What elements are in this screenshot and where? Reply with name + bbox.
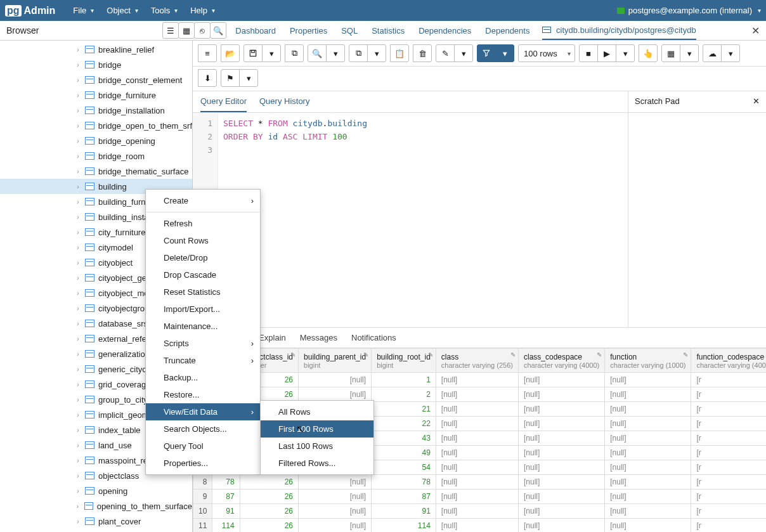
table-row[interactable]: 1126[null]1[null][null][null][r [193, 373, 767, 387]
btn-copy[interactable]: ⧉ [349, 44, 368, 62]
menu-help[interactable]: Help [184, 2, 221, 19]
btn-delete[interactable]: 🗑 [413, 44, 432, 62]
tab-close[interactable]: ✕ [745, 25, 766, 37]
btn-find-dd[interactable]: ▾ [326, 44, 345, 62]
tab-query-editor[interactable]: Query Editor [200, 91, 247, 112]
ctx-cascade[interactable]: Drop Cascade [146, 266, 260, 283]
btn-filter-dd[interactable]: ▾ [495, 44, 514, 62]
btn-explain-dd[interactable]: ▾ [680, 44, 699, 62]
tree-label: building [98, 182, 127, 191]
tree-node-bridge_opening[interactable]: ›bridge_opening [0, 133, 192, 148]
ctx-scripts[interactable]: Scripts [146, 335, 260, 352]
col-building_parent_id[interactable]: building_parent_id✎bigint [299, 349, 372, 373]
tree-label: city_furniture [98, 228, 145, 237]
btn-db[interactable]: ≡ [198, 44, 217, 62]
col-function_codespace[interactable]: function_codespace✎character varying (40… [691, 349, 766, 373]
col-function[interactable]: function✎character varying (1000) [605, 349, 691, 373]
menu-file[interactable]: File [67, 2, 100, 19]
sub-all-rows[interactable]: All Rows [261, 403, 373, 420]
ctx-import[interactable]: Import/Export... [146, 301, 260, 318]
tab-active-query[interactable]: citydb.building/citydb/postgres@citydb [542, 22, 696, 40]
browser-tool-grid[interactable]: ▦ [178, 22, 195, 39]
chevron-right-icon: › [75, 153, 81, 160]
btn-editcopy[interactable]: ⧉ [285, 44, 304, 62]
btn-notify[interactable]: ☁ [703, 44, 722, 62]
btn-save[interactable] [243, 44, 263, 62]
btn-edit-dd[interactable]: ▾ [454, 44, 473, 62]
user-label: postgres@example.com (internal) [628, 6, 752, 15]
ctx-props[interactable]: Properties... [146, 455, 260, 472]
tree-node-plant_cover[interactable]: ›plant_cover [0, 514, 192, 529]
tab-statistics[interactable]: Statistics [372, 22, 405, 39]
btn-open[interactable]: 📂 [221, 44, 240, 62]
table-row[interactable]: 109126[null]91[null][null][null][r [193, 504, 767, 519]
col-class_codespace[interactable]: class_codespace✎character varying (4000) [518, 349, 604, 373]
tab-dependents[interactable]: Dependents [485, 22, 529, 39]
menu-tools[interactable]: Tools [145, 2, 184, 19]
btn-run[interactable]: ▶ [597, 44, 616, 62]
tree-node-bridge[interactable]: ›bridge [0, 57, 192, 72]
ctx-reset[interactable]: Reset Statistics [146, 283, 260, 301]
user-menu[interactable]: postgres@example.com (internal) [617, 6, 761, 15]
sub-filtered[interactable]: Filtered Rows... [261, 455, 373, 472]
browser-tool-1[interactable]: ☰ [162, 22, 179, 39]
rows-limit-select[interactable]: 100 rows [518, 44, 575, 62]
tree-node-bridge_room[interactable]: ›bridge_room [0, 148, 192, 164]
sub-first-100[interactable]: First 100 Rows [261, 420, 373, 438]
tab-sql[interactable]: SQL [341, 22, 358, 39]
btn-edit[interactable]: ✎ [436, 44, 455, 62]
rtab-explain[interactable]: Explain [259, 328, 286, 347]
tree-node-bridge_installation[interactable]: ›bridge_installation [0, 103, 192, 118]
tree-label: opening_to_them_surface [97, 502, 192, 511]
tree-node-bridge_thematic_surface[interactable]: ›bridge_thematic_surface [0, 164, 192, 179]
browser-tool-search[interactable]: 🔍 [210, 22, 226, 39]
btn-paste[interactable]: 📋 [390, 44, 409, 62]
ctx-create[interactable]: Create [146, 192, 260, 209]
btn-macros[interactable]: ⚑ [221, 69, 240, 87]
tab-query-history[interactable]: Query History [259, 91, 309, 112]
ctx-maint[interactable]: Maintenance... [146, 318, 260, 335]
ctx-view-edit[interactable]: View/Edit Data [146, 403, 260, 420]
btn-notify-dd[interactable]: ▾ [721, 44, 740, 62]
sub-last-100[interactable]: Last 100 Rows [261, 438, 373, 455]
tab-properties[interactable]: Properties [290, 22, 327, 39]
rtab-messages[interactable]: Messages [300, 328, 337, 347]
btn-commit[interactable]: 👆 [639, 44, 658, 62]
table-row[interactable]: 98726[null]87[null][null][null][r [193, 490, 767, 504]
rtab-notifications[interactable]: Notifications [351, 328, 396, 347]
btn-download[interactable]: ⬇ [198, 69, 217, 87]
ctx-backup[interactable]: Backup... [146, 369, 260, 386]
scratch-close[interactable]: ✕ [753, 96, 760, 107]
btn-filter[interactable] [477, 44, 496, 62]
tree-node-bridge_furniture[interactable]: ›bridge_furniture [0, 88, 192, 103]
tree-node-opening_to_them_surface[interactable]: ›opening_to_them_surface [0, 498, 192, 514]
scratch-pad[interactable] [628, 113, 766, 327]
table-row[interactable]: 1111426[null]114[null][null][null][r [193, 519, 767, 533]
btn-save-dd[interactable]: ▾ [262, 44, 281, 62]
tree-node-bridge_open_to_them_srf[interactable]: ›bridge_open_to_them_srf [0, 118, 192, 133]
ctx-qtool[interactable]: Query Tool [146, 438, 260, 455]
ctx-search[interactable]: Search Objects... [146, 420, 260, 438]
btn-stop[interactable]: ■ [579, 44, 598, 62]
ctx-truncate[interactable]: Truncate [146, 352, 260, 369]
tab-dependencies[interactable]: Dependencies [419, 22, 471, 39]
tree-node-bridge_constr_element[interactable]: ›bridge_constr_element [0, 72, 192, 88]
ctx-count[interactable]: Count Rows [146, 232, 260, 249]
menu-object[interactable]: Object [100, 2, 145, 19]
btn-macros-dd[interactable]: ▾ [239, 69, 258, 87]
ctx-refresh[interactable]: Refresh [146, 215, 260, 232]
ctx-restore[interactable]: Restore... [146, 386, 260, 403]
btn-explain[interactable]: ▦ [661, 44, 680, 62]
btn-copy-dd[interactable]: ▾ [367, 44, 386, 62]
btn-find[interactable]: 🔍 [308, 44, 327, 62]
browser-tool-sql[interactable]: ⎋ [194, 22, 211, 39]
ctx-delete[interactable]: Delete/Drop [146, 249, 260, 266]
tree-node-breakline_relief[interactable]: ›breakline_relief [0, 42, 192, 57]
table-row[interactable]: 87826[null]78[null][null][null][r [193, 475, 767, 490]
col-building_root_id[interactable]: building_root_id✎bigint [372, 349, 436, 373]
tree-node-opening[interactable]: ›opening [0, 483, 192, 498]
chevron-right-icon: › [75, 305, 81, 312]
col-class[interactable]: class✎character varying (256) [436, 349, 518, 373]
btn-run-dd[interactable]: ▾ [616, 44, 635, 62]
tab-dashboard[interactable]: Dashboard [235, 22, 276, 39]
